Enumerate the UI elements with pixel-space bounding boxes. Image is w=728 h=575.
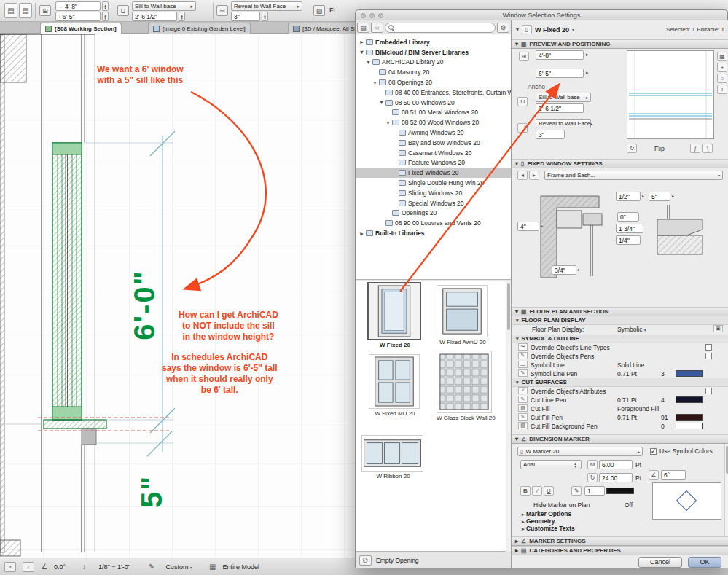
tree-item[interactable]: Sliding Windows 20 [356, 188, 511, 198]
tree-item[interactable]: 08 40 00 Entrances, Storefronts, Curtain… [356, 87, 511, 98]
dialog-sill-value-field[interactable]: 2'-6 1/2" [536, 103, 584, 113]
dim-menu-icon[interactable] [672, 193, 674, 198]
dim-field[interactable]: 1 3/4" [616, 224, 643, 233]
zoom-icon[interactable] [378, 13, 383, 18]
sill-anchor-dropdown[interactable]: Sill to Wall base [132, 1, 196, 11]
tab-garden-level[interactable]: [Image 0 Exisitng Garden Level] [148, 23, 251, 34]
rotate-icon[interactable] [627, 144, 637, 153]
dim-menu-icon[interactable] [642, 193, 644, 198]
frame-and-sash-dropdown[interactable]: Frame and Sash... [544, 171, 723, 180]
dim-field[interactable]: 1/2" [616, 192, 641, 201]
thumb-w-glass-block-20[interactable]: W Glass Block Wall 20 [437, 351, 493, 421]
ok-button[interactable]: OK [688, 557, 721, 568]
section-floor-plan-and-section[interactable]: FLOOR PLAN AND SECTION [512, 307, 728, 316]
library-view-button[interactable] [357, 23, 369, 33]
tree-item[interactable]: Built-In Libraries [356, 228, 511, 238]
marker-pen-swatch[interactable] [606, 488, 634, 494]
marker-pen-field[interactable]: 1 [584, 486, 605, 496]
marker-options-link[interactable]: Marker Options [522, 510, 571, 517]
section-fixed-window-settings[interactable]: FIXED WINDOW SETTINGS [512, 159, 728, 168]
symbol-line-value[interactable]: Solid Line [617, 361, 644, 369]
override-attributes-checkbox[interactable] [705, 388, 712, 394]
cut-surfaces-header[interactable]: CUT SURFACES [512, 378, 728, 387]
drawing-scale[interactable]: 1/8" = 1'-0" [98, 563, 130, 571]
element-type-name[interactable]: W Fixed 20 [535, 26, 569, 34]
height-menu-icon[interactable] [586, 70, 589, 76]
pen-color-swatch[interactable] [676, 396, 703, 403]
dim-menu-icon[interactable] [541, 223, 543, 228]
tree-item[interactable]: 08 Openings 20 [356, 77, 511, 87]
tree-item[interactable]: Openings 20 [356, 208, 511, 219]
panel-toggle-2-icon[interactable] [19, 3, 32, 18]
tree-item[interactable]: 08 90 00 Louvres and Vents 20 [356, 218, 511, 228]
dialog-sill-dropdown[interactable]: Sill to Wall base [536, 93, 591, 102]
dim-field[interactable]: 3/4" [552, 265, 576, 275]
mirror-a-icon[interactable] [690, 144, 700, 153]
panel-scrollbar[interactable] [724, 444, 728, 536]
mirror-b-icon[interactable] [702, 144, 713, 153]
override-line-types-checkbox[interactable] [705, 344, 712, 351]
display-option-icon[interactable]: ▣ [713, 325, 723, 332]
gear-icon[interactable] [497, 23, 509, 33]
tab-working-section[interactable]: [S08 Working Section] [40, 23, 122, 34]
next-page-icon[interactable] [529, 171, 539, 180]
italic-button[interactable]: / [532, 486, 542, 496]
panel-toggle-icon[interactable] [4, 3, 17, 18]
section-marker-settings[interactable]: MARKER SETTINGS [512, 536, 728, 546]
preview-mode-info-icon[interactable] [717, 85, 727, 94]
reveal-stepper[interactable] [262, 12, 268, 21]
reveal-dropdown[interactable]: Reveal to Wall Face [231, 1, 302, 11]
pen-color-swatch[interactable] [676, 423, 703, 429]
tree-item-selected[interactable]: Fixed Windows 20 [356, 168, 511, 178]
tree-item[interactable]: 08 50 00 Windows 20 [356, 98, 511, 108]
thumb-w-ribbon-20[interactable]: W Ribbon 20 [361, 435, 425, 480]
cancel-button[interactable]: Cancel [638, 557, 682, 568]
cut-fill-value[interactable]: Foreground Fill [617, 405, 659, 412]
tree-item[interactable]: Casement Windows 20 [356, 148, 511, 158]
tree-item[interactable]: 08 52 00 Wood Windows 20 [356, 117, 511, 128]
tree-item[interactable]: Feature Windows 20 [356, 158, 511, 168]
floor-plan-display-header[interactable]: FLOOR PLAN DISPLAY [512, 316, 728, 325]
thumb-w-fixed-mu-20[interactable]: W Fixed MU 20 [369, 354, 421, 417]
dialog-width-field[interactable]: 4'-8" [536, 50, 584, 60]
tree-item[interactable]: 08 51 00 Metal Windows 20 [356, 108, 511, 118]
sill-stepper[interactable] [179, 12, 185, 21]
tree-item[interactable]: Awning Windows 20 [356, 128, 511, 138]
width-stepper[interactable] [102, 1, 109, 11]
marker-angle-field[interactable]: 6° [661, 470, 686, 480]
dim-field[interactable]: 0" [617, 212, 639, 222]
section-dimension-marker[interactable]: DIMENSION MARKER [512, 434, 728, 444]
disclosure-icon[interactable] [516, 26, 519, 33]
tree-item[interactable]: Single Double Hung Win 20 [356, 178, 511, 188]
hide-marker-value[interactable]: Off [625, 501, 633, 509]
search-input[interactable] [385, 23, 496, 33]
thumb-w-fixed-awnu-20[interactable]: W Fixed AwnU 20 [437, 285, 489, 345]
tree-item[interactable]: Bay and Bow Windows 20 [356, 138, 511, 148]
tree-item[interactable]: Embedded Library [356, 37, 511, 47]
width-field[interactable]: 4'-8" [55, 1, 101, 11]
section-preview-positioning[interactable]: PREVIEW AND POSITIONING [512, 39, 728, 49]
height-field[interactable]: 6'-5" [55, 12, 101, 21]
width-menu-icon[interactable] [586, 52, 589, 58]
window-elevation-preview[interactable] [627, 50, 714, 139]
font-size-field[interactable]: 6.00 [599, 460, 633, 469]
dim-field[interactable]: 4" [517, 222, 539, 231]
pen-mode-dropdown[interactable]: Custom [165, 563, 192, 571]
favorites-button[interactable] [371, 23, 383, 33]
dim-menu-icon[interactable] [578, 267, 580, 272]
section-categories-properties[interactable]: CATEGORIES AND PROPERTIES [512, 546, 728, 555]
preview-mode-axo-icon[interactable] [717, 63, 727, 72]
tree-item[interactable]: Special Windows 20 [356, 198, 511, 208]
sill-value-field[interactable]: 2'-6 1/2" [132, 12, 177, 21]
close-icon[interactable] [361, 13, 366, 18]
tree-item[interactable]: BIMcloud / BIM Server Libraries [356, 47, 511, 58]
pen-color-swatch[interactable] [676, 370, 703, 377]
preview-mode-plan-icon[interactable] [717, 52, 727, 61]
dialog-height-field[interactable]: 6'-5" [536, 69, 584, 78]
tree-item[interactable]: ARCHICAD Library 20 [356, 58, 511, 68]
tree-item[interactable]: 04 Masonry 20 [356, 67, 511, 77]
collapse-left-button[interactable] [4, 562, 16, 572]
use-symbol-colors-checkbox[interactable] [650, 448, 657, 455]
floor-plan-display-value[interactable]: Symbolic [617, 326, 646, 333]
dim-field[interactable]: 5" [649, 192, 670, 201]
